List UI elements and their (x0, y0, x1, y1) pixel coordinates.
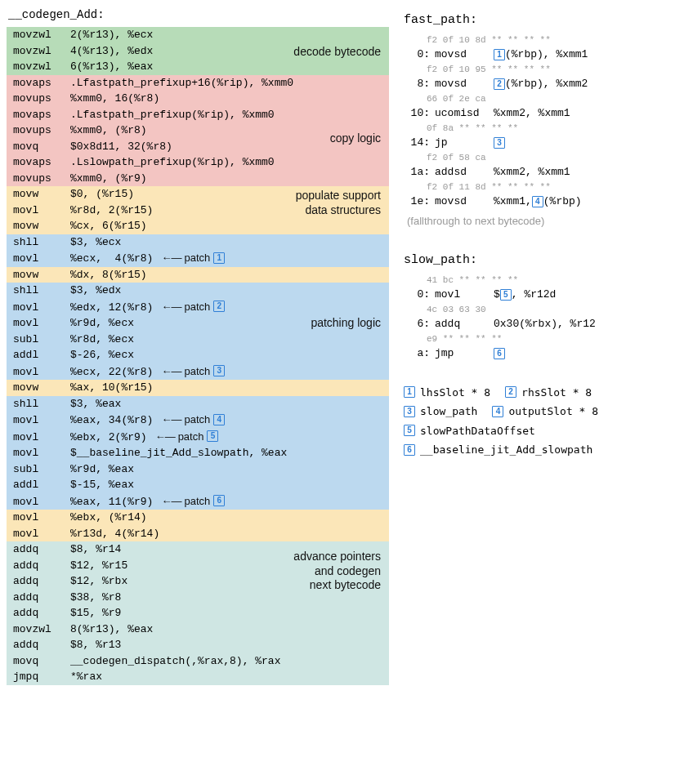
asm-row: 6:addq0x30(%rbx), %r12 (404, 316, 682, 332)
hex-bytes: f2 0f 10 95 ** ** ** ** (404, 63, 682, 77)
section-label-teal: advance pointersand codegennext bytecode (293, 550, 381, 593)
asm-row: 0:movsd1(%rbp), %xmm1 (404, 47, 682, 63)
slow-path-listing: 41 bc ** ** ** **0:movl$5, %r12d4c 03 63… (404, 274, 682, 362)
hex-bytes: 66 0f 2e ca (404, 92, 682, 106)
patch-number-box: 4 (213, 414, 225, 425)
asm-row: movw%ax, 10(%r15) (7, 380, 389, 396)
slow-path-title: slow_path: (404, 252, 682, 270)
legend-item: 5slowPathDataOffset (404, 423, 535, 439)
patch-annotation: ←—patch4 (161, 412, 225, 428)
legend-item: 1lhsSlot * 8 (404, 385, 490, 401)
asm-row: a:jmp6 (404, 345, 682, 362)
fast-path-listing: f2 0f 10 8d ** ** ** **0:movsd1(%rbp), %… (404, 33, 682, 210)
asm-row: movzwl2(%r13), %ecx (7, 27, 389, 43)
legend-item: 6__baseline_jit_Add_slowpath (404, 442, 592, 458)
hex-bytes: f2 0f 58 ca (404, 151, 682, 165)
legend-item: 4outputSlot * 8 (492, 403, 598, 420)
patch-annotation: ←—patch1 (161, 250, 225, 266)
asm-row: movl$__baseline_jit_Add_slowpath, %eax (7, 445, 389, 461)
asm-row: jmpq*%rax (7, 669, 389, 685)
patch-number-box: 6 (213, 495, 225, 506)
patch-annotation: ←—patch2 (161, 299, 225, 315)
section-label-blue: patching logic (311, 316, 381, 331)
section-label-green: decode bytecode (293, 45, 381, 60)
patch-annotation: ←—patch6 (161, 493, 225, 510)
asm-row: movl%ebx, 2(%r9)←—patch5 (7, 429, 389, 446)
hex-bytes: 41 bc ** ** ** ** (404, 274, 682, 287)
asm-row: 1a:addsd%xmm2, %xmm1 (404, 164, 682, 180)
asm-row: 1e:movsd%xmm1,4(%rbp) (404, 194, 682, 210)
asm-row: movl%r13d, 4(%r14) (7, 526, 389, 542)
patch-annotation: ←—patch3 (161, 363, 225, 380)
legend: 1lhsSlot * 82rhsSlot * 83slow_path4outpu… (404, 385, 682, 458)
asm-row: movl%eax, 34(%r8)←—patch4 (7, 412, 389, 429)
asm-row: movaps.Lfastpath_prefixup+16(%rip), %xmm… (7, 75, 389, 91)
patch-number-box: 5 (207, 430, 218, 442)
asm-row: addq$15, %r9 (7, 605, 389, 621)
patch-number-box: 3 (213, 365, 225, 376)
asm-row: movaps.Lfastpath_prefixup(%rip), %xmm0 (7, 107, 389, 123)
asm-row: shll$3, %ecx (7, 234, 389, 251)
asm-row: shll$3, %eax (7, 396, 389, 412)
asm-row: movaps.Lslowpath_prefixup(%rip), %xmm0 (7, 154, 389, 171)
asm-row: 0:movl$5, %r12d (404, 287, 682, 303)
asm-row: movw%dx, 8(%r15) (7, 267, 389, 283)
section-label-yellow: populate supportdata structures (296, 189, 381, 217)
asm-row: movq__codegen_dispatch(,%rax,8), %rax (7, 653, 389, 670)
asm-row: shll$3, %edx (7, 283, 389, 299)
legend-item: 3slow_path (404, 403, 477, 420)
patch-annotation: ←—patch5 (155, 429, 219, 445)
placeholder-box: 1 (494, 49, 505, 60)
patch-number-box: 2 (213, 301, 225, 312)
asm-row: 10:ucomisd%xmm2, %xmm1 (404, 105, 682, 122)
section-label-red: copy logic (330, 131, 381, 146)
codegen-function-title: __codegen_Add: (7, 7, 389, 24)
asm-row: addq$8, %r13 (7, 637, 389, 653)
asm-row: movl%ebx, (%r14) (7, 510, 389, 526)
asm-row: subl%r9d, %eax (7, 461, 389, 478)
fast-path-title: fast_path: (404, 11, 682, 30)
asm-row: movl%edx, 12(%r8)←—patch2 (7, 299, 389, 316)
hex-bytes: f2 0f 10 8d ** ** ** ** (404, 33, 682, 47)
asm-row: addl$-26, %ecx (7, 347, 389, 363)
legend-item: 2rhsSlot * 8 (505, 385, 592, 401)
placeholder-box: 4 (532, 196, 543, 207)
asm-row: movw%cx, 6(%r15) (7, 218, 389, 234)
asm-row: movups%xmm0, (%r9) (7, 171, 389, 187)
placeholder-box: 6 (494, 348, 505, 359)
asm-row: movl%ecx, 4(%r8)←—patch1 (7, 250, 389, 267)
asm-row: 8:movsd2(%rbp), %xmm2 (404, 76, 682, 92)
codegen-listing: movzwl2(%r13), %ecxmovzwl4(%r13), %edxmo… (7, 27, 389, 685)
hex-bytes: f2 0f 11 8d ** ** ** ** (404, 180, 682, 194)
asm-row: subl%r8d, %ecx (7, 332, 389, 348)
hex-bytes: e9 ** ** ** ** (404, 332, 682, 346)
asm-row: movzwl6(%r13), %eax (7, 59, 389, 75)
placeholder-box: 5 (500, 289, 512, 301)
asm-row: movups%xmm0, 16(%r8) (7, 91, 389, 107)
asm-row: movl%eax, 11(%r9)←—patch6 (7, 493, 389, 510)
asm-row: movzwl8(%r13), %eax (7, 621, 389, 638)
fallthrough-note: (fallthrough to next bytecode) (404, 213, 682, 229)
asm-row: 14:jp3 (404, 135, 682, 151)
hex-bytes: 0f 8a ** ** ** ** (404, 122, 682, 136)
asm-row: addl$-15, %eax (7, 477, 389, 493)
hex-bytes: 4c 03 63 30 (404, 303, 682, 317)
asm-row: movl%ecx, 22(%r8)←—patch3 (7, 363, 389, 381)
placeholder-box: 2 (494, 78, 505, 90)
patch-number-box: 1 (213, 252, 225, 264)
placeholder-box: 3 (494, 137, 505, 149)
